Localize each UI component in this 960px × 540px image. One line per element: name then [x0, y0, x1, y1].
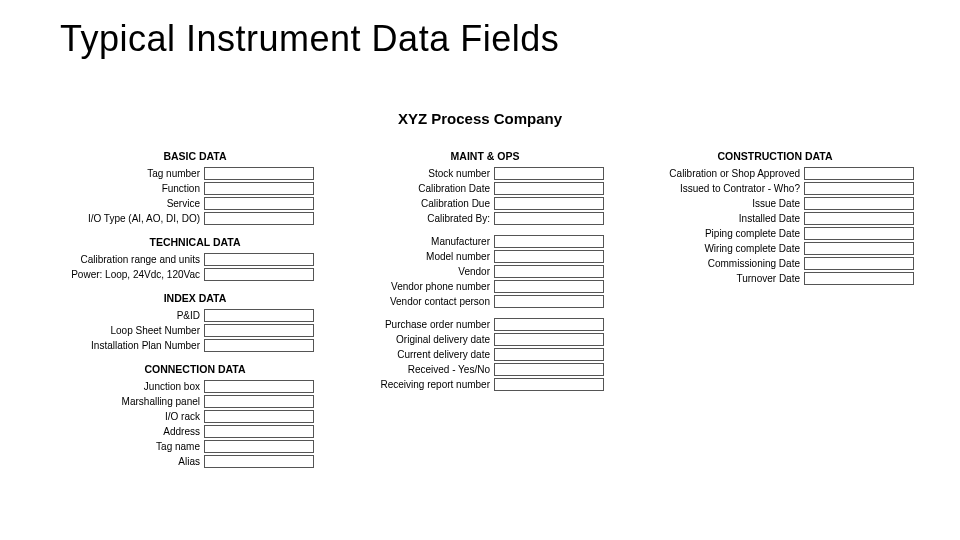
- field-box: [494, 250, 604, 263]
- field-row: Wiring complete Date: [630, 241, 920, 256]
- field-box: [204, 425, 314, 438]
- slide: Typical Instrument Data Fields XYZ Proce…: [0, 0, 960, 540]
- field-row: Model number: [340, 249, 630, 264]
- field-label: Received - Yes/No: [340, 364, 494, 375]
- field-label: Service: [50, 198, 204, 209]
- field-box: [494, 333, 604, 346]
- field-label: Manufacturer: [340, 236, 494, 247]
- field-label: Alias: [50, 456, 204, 467]
- field-row: Vendor contact person: [340, 294, 630, 309]
- field-row: Marshalling panel: [50, 394, 340, 409]
- field-row: Issue Date: [630, 196, 920, 211]
- field-label: Vendor: [340, 266, 494, 277]
- field-box: [804, 227, 914, 240]
- field-box: [804, 167, 914, 180]
- field-row: Purchase order number: [340, 317, 630, 332]
- field-box: [804, 242, 914, 255]
- field-box: [494, 318, 604, 331]
- field-row: Service: [50, 196, 340, 211]
- field-label: Tag number: [50, 168, 204, 179]
- field-box: [204, 197, 314, 210]
- field-box: [204, 410, 314, 423]
- technical-data-head: TECHNICAL DATA: [50, 236, 340, 248]
- field-row: Piping complete Date: [630, 226, 920, 241]
- field-box: [204, 455, 314, 468]
- construction-data-head: CONSTRUCTION DATA: [630, 150, 920, 162]
- field-label: Vendor phone number: [340, 281, 494, 292]
- field-row: Turnover Date: [630, 271, 920, 286]
- field-label: Current delivery date: [340, 349, 494, 360]
- field-box: [204, 182, 314, 195]
- field-row: Calibration Date: [340, 181, 630, 196]
- field-box: [204, 440, 314, 453]
- field-row: Calibration or Shop Approved: [630, 166, 920, 181]
- field-label: Calibrated By:: [340, 213, 494, 224]
- field-label: Turnover Date: [630, 273, 804, 284]
- field-label: Power: Loop, 24Vdc, 120Vac: [50, 269, 204, 280]
- field-row: Vendor phone number: [340, 279, 630, 294]
- field-label: Tag name: [50, 441, 204, 452]
- field-label: Installed Date: [630, 213, 804, 224]
- field-box: [204, 268, 314, 281]
- field-label: Purchase order number: [340, 319, 494, 330]
- field-box: [804, 257, 914, 270]
- field-row: Calibrated By:: [340, 211, 630, 226]
- field-label: Function: [50, 183, 204, 194]
- field-row: Vendor: [340, 264, 630, 279]
- field-row: Installed Date: [630, 211, 920, 226]
- field-row: I/O Type (AI, AO, DI, DO): [50, 211, 340, 226]
- field-label: Receiving report number: [340, 379, 494, 390]
- field-box: [494, 235, 604, 248]
- field-box: [204, 212, 314, 225]
- field-row: P&ID: [50, 308, 340, 323]
- field-label: Model number: [340, 251, 494, 262]
- field-box: [494, 280, 604, 293]
- field-box: [494, 348, 604, 361]
- field-box: [204, 339, 314, 352]
- field-box: [204, 167, 314, 180]
- field-row: Installation Plan Number: [50, 338, 340, 353]
- field-label: Issue Date: [630, 198, 804, 209]
- field-box: [804, 197, 914, 210]
- field-box: [494, 295, 604, 308]
- field-box: [494, 167, 604, 180]
- column-3: CONSTRUCTION DATA Calibration or Shop Ap…: [630, 140, 920, 469]
- column-2: MAINT & OPS Stock number Calibration Dat…: [340, 140, 630, 469]
- field-label: Marshalling panel: [50, 396, 204, 407]
- field-row: Tag name: [50, 439, 340, 454]
- field-row: Address: [50, 424, 340, 439]
- field-label: I/O Type (AI, AO, DI, DO): [50, 213, 204, 224]
- field-row: Received - Yes/No: [340, 362, 630, 377]
- field-box: [204, 309, 314, 322]
- connection-data-head: CONNECTION DATA: [50, 363, 340, 375]
- field-box: [494, 182, 604, 195]
- field-row: Function: [50, 181, 340, 196]
- field-box: [204, 395, 314, 408]
- field-label: Calibration Due: [340, 198, 494, 209]
- column-1: BASIC DATA Tag number Function Service I…: [50, 140, 340, 469]
- field-box: [804, 272, 914, 285]
- field-row: Loop Sheet Number: [50, 323, 340, 338]
- field-label: Junction box: [50, 381, 204, 392]
- field-row: Tag number: [50, 166, 340, 181]
- field-box: [204, 324, 314, 337]
- field-row: Junction box: [50, 379, 340, 394]
- spacer: [340, 309, 630, 317]
- field-box: [204, 253, 314, 266]
- field-row: Original delivery date: [340, 332, 630, 347]
- field-row: Power: Loop, 24Vdc, 120Vac: [50, 267, 340, 282]
- slide-title: Typical Instrument Data Fields: [60, 18, 559, 60]
- field-label: Calibration range and units: [50, 254, 204, 265]
- field-row: Receiving report number: [340, 377, 630, 392]
- field-box: [204, 380, 314, 393]
- field-label: Calibration or Shop Approved: [630, 168, 804, 179]
- index-data-head: INDEX DATA: [50, 292, 340, 304]
- field-label: Installation Plan Number: [50, 340, 204, 351]
- field-label: Address: [50, 426, 204, 437]
- field-label: Wiring complete Date: [630, 243, 804, 254]
- field-box: [494, 378, 604, 391]
- field-box: [494, 363, 604, 376]
- field-box: [494, 197, 604, 210]
- basic-data-head: BASIC DATA: [50, 150, 340, 162]
- field-row: Current delivery date: [340, 347, 630, 362]
